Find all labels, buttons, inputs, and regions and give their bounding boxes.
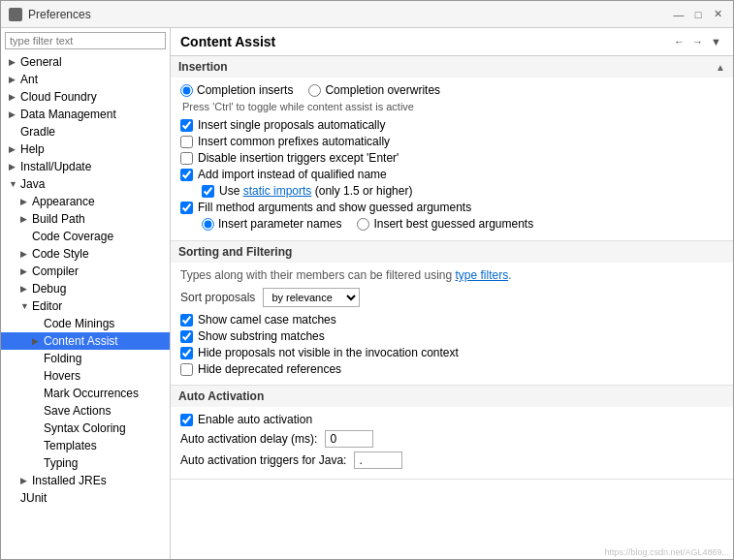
- expand-icon: ▶: [20, 197, 32, 206]
- delay-label: Auto activation delay (ms):: [180, 432, 317, 446]
- sidebar-item-editor[interactable]: ▼ Editor: [1, 297, 170, 315]
- sidebar-item-label: Hovers: [44, 369, 80, 383]
- auto-activation-section: Auto Activation Enable auto activation A…: [171, 386, 733, 480]
- fill-method-checkbox[interactable]: [180, 202, 193, 214]
- param-names-radio[interactable]: [202, 218, 214, 231]
- sidebar-item-gradle[interactable]: ▶ Gradle: [1, 123, 170, 140]
- sidebar-item-label: Syntax Coloring: [44, 421, 126, 435]
- close-button[interactable]: ✕: [710, 7, 725, 22]
- auto-activation-header: Auto Activation: [171, 386, 733, 407]
- common-prefixes-row: Insert common prefixes automatically: [180, 135, 723, 148]
- sidebar-item-label: Typing: [44, 456, 78, 470]
- sorting-body: Types along with their members can be fi…: [171, 263, 733, 385]
- camel-case-checkbox[interactable]: [180, 314, 193, 327]
- expand-icon: ▶: [9, 144, 20, 154]
- substring-row: Show substring matches: [180, 329, 723, 343]
- filter-input[interactable]: [5, 32, 166, 49]
- sort-proposals-row: Sort proposals by relevance alphabetical…: [180, 288, 723, 307]
- expand-icon: ▶: [9, 162, 20, 171]
- minimize-button[interactable]: —: [671, 7, 686, 22]
- sidebar-item-label: Mark Occurrences: [44, 387, 139, 400]
- best-guessed-radio[interactable]: [357, 218, 369, 231]
- panel-toolbar: ← → ▼: [672, 34, 723, 49]
- fill-method-row: Fill method arguments and show guessed a…: [180, 201, 723, 214]
- sidebar-item-cloud-foundry[interactable]: ▶ Cloud Foundry: [1, 88, 170, 106]
- back-button[interactable]: ←: [672, 34, 686, 49]
- sidebar-item-syntax-coloring[interactable]: ▶ Syntax Coloring: [1, 420, 170, 437]
- completion-overwrites-radio[interactable]: [308, 84, 321, 97]
- sidebar-item-label: Compiler: [32, 264, 79, 278]
- maximize-button[interactable]: □: [690, 7, 706, 22]
- sidebar-item-code-coverage[interactable]: ▶ Code Coverage: [1, 228, 170, 245]
- sidebar-item-compiler[interactable]: ▶ Compiler: [1, 263, 170, 280]
- sidebar-item-java[interactable]: ▼ Java: [1, 175, 170, 193]
- expand-icon: ▶: [32, 336, 44, 346]
- hide-not-visible-checkbox[interactable]: [180, 347, 193, 359]
- enable-auto-checkbox[interactable]: [180, 414, 193, 426]
- expand-icon: ▼: [9, 179, 20, 189]
- disable-triggers-checkbox[interactable]: [180, 152, 193, 165]
- camel-case-label: Show camel case matches: [198, 313, 336, 327]
- watermark: https://blog.csdn.net/AGL4869...: [604, 547, 729, 557]
- panel-body: Insertion ▲ Completion inserts: [171, 56, 733, 545]
- forward-button[interactable]: →: [690, 34, 705, 49]
- window-title: Preferences: [28, 8, 91, 21]
- panel-header: Content Assist ← → ▼: [171, 28, 733, 56]
- hide-deprecated-checkbox[interactable]: [180, 363, 193, 376]
- completion-inserts-radio[interactable]: [180, 84, 193, 97]
- type-filters-link[interactable]: type filters: [455, 268, 508, 282]
- sidebar-item-hovers[interactable]: ▶ Hovers: [1, 367, 170, 385]
- sidebar: ▶ General ▶ Ant ▶ Cloud Foundry ▶ Data M…: [1, 28, 171, 559]
- sidebar-item-mark-occurrences[interactable]: ▶ Mark Occurrences: [1, 385, 170, 402]
- fill-method-label: Fill method arguments and show guessed a…: [198, 201, 471, 214]
- sidebar-item-installed-jres[interactable]: ▶ Installed JREs: [1, 472, 170, 489]
- sidebar-item-save-actions[interactable]: ▶ Save Actions: [1, 402, 170, 420]
- sidebar-item-label: Build Path: [32, 212, 85, 226]
- sidebar-item-junit[interactable]: ▶ JUnit: [1, 489, 170, 507]
- app-icon: [9, 8, 22, 21]
- sidebar-item-label: Help: [20, 142, 45, 156]
- sidebar-item-data-management[interactable]: ▶ Data Management: [1, 106, 170, 123]
- sidebar-item-label: Editor: [32, 299, 62, 313]
- sort-proposals-select[interactable]: by relevance alphabetically: [263, 288, 360, 307]
- ctrl-hint: Press 'Ctrl' to toggle while content ass…: [180, 101, 723, 112]
- sidebar-item-appearance[interactable]: ▶ Appearance: [1, 193, 170, 210]
- sidebar-item-general[interactable]: ▶ General: [1, 53, 170, 71]
- sidebar-item-label: Save Actions: [44, 404, 111, 418]
- delay-input[interactable]: [325, 430, 373, 448]
- triggers-java-input[interactable]: [354, 451, 402, 469]
- filter-note: Types along with their members can be fi…: [180, 268, 723, 282]
- single-proposals-checkbox[interactable]: [180, 119, 193, 132]
- add-import-checkbox[interactable]: [180, 169, 193, 181]
- hide-deprecated-label: Hide deprecated references: [198, 362, 341, 376]
- auto-activation-body: Enable auto activation Auto activation d…: [171, 407, 733, 479]
- static-imports-checkbox[interactable]: [202, 185, 214, 198]
- sidebar-item-code-minings[interactable]: ▶ Code Minings: [1, 315, 170, 332]
- hide-not-visible-label: Hide proposals not visible in the invoca…: [198, 346, 459, 359]
- sidebar-item-label: Code Style: [32, 247, 89, 261]
- substring-checkbox[interactable]: [180, 330, 193, 343]
- sidebar-item-label: Code Coverage: [32, 230, 113, 243]
- sidebar-item-label: JUnit: [20, 491, 47, 505]
- right-panel: Content Assist ← → ▼ Insertion ▲: [171, 28, 733, 559]
- sidebar-item-content-assist[interactable]: ▶ Content Assist: [1, 332, 170, 350]
- sorting-title: Sorting and Filtering: [178, 245, 292, 259]
- sidebar-item-folding[interactable]: ▶ Folding: [1, 350, 170, 367]
- sidebar-item-templates[interactable]: ▶ Templates: [1, 437, 170, 454]
- sidebar-item-help[interactable]: ▶ Help: [1, 140, 170, 158]
- param-names-item: Insert parameter names: [202, 217, 341, 231]
- sidebar-item-code-style[interactable]: ▶ Code Style: [1, 245, 170, 263]
- sidebar-item-install-update[interactable]: ▶ Install/Update: [1, 158, 170, 175]
- insertion-section: Insertion ▲ Completion inserts: [171, 56, 733, 241]
- sorting-section: Sorting and Filtering Types along with t…: [171, 241, 733, 386]
- sidebar-item-ant[interactable]: ▶ Ant: [1, 71, 170, 88]
- expand-icon: ▶: [20, 476, 32, 485]
- sidebar-item-build-path[interactable]: ▶ Build Path: [1, 210, 170, 228]
- completion-inserts-label: Completion inserts: [197, 83, 293, 97]
- common-prefixes-checkbox[interactable]: [180, 136, 193, 148]
- sidebar-item-label: Gradle: [20, 125, 55, 139]
- sidebar-item-typing[interactable]: ▶ Typing: [1, 454, 170, 472]
- static-imports-link[interactable]: static imports: [243, 184, 312, 198]
- dropdown-button[interactable]: ▼: [709, 34, 723, 49]
- sidebar-item-debug[interactable]: ▶ Debug: [1, 280, 170, 297]
